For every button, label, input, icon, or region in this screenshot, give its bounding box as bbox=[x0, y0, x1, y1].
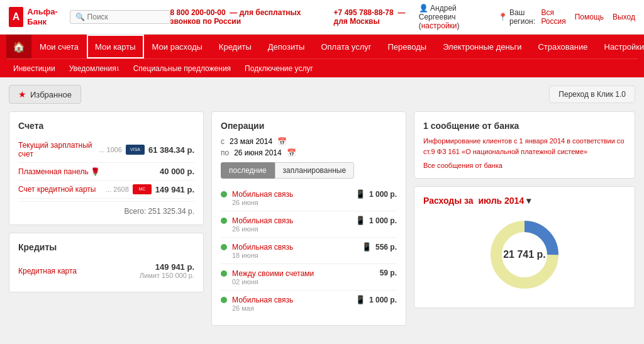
expenses-month[interactable]: июль 2014 bbox=[478, 196, 524, 206]
op-row: Мобильная связь 26 июня 📱 1 000 р. bbox=[221, 185, 397, 211]
region-info: 📍 Ваш регион: Вся Россия bbox=[498, 8, 566, 26]
ops-tab-recent[interactable]: последние bbox=[221, 162, 275, 179]
left-column: Счета Текущий зарплатный счет ... 1006 V… bbox=[9, 111, 204, 326]
logo: А Альфа-Банк bbox=[9, 7, 64, 27]
ops-from-calendar-icon[interactable]: 📅 bbox=[277, 137, 287, 146]
account-plasma-amount: 40 000 р. bbox=[160, 167, 194, 176]
op-amount: 1 000 р. bbox=[369, 296, 397, 304]
op-name-link[interactable]: Мобильная связь bbox=[232, 216, 293, 225]
columns: Счета Текущий зарплатный счет ... 1006 V… bbox=[9, 111, 635, 326]
ops-tab-planned[interactable]: запланированные bbox=[275, 162, 355, 179]
top-bar-right: 👤 Андрей Сергеевич (настройки) 📍 Ваш рег… bbox=[419, 4, 635, 30]
op-name-link[interactable]: Между своими счетами bbox=[232, 269, 314, 278]
nav-item-payments[interactable]: Оплата услуг bbox=[313, 35, 379, 58]
exit-link[interactable]: Выход bbox=[613, 13, 635, 21]
user-settings-link[interactable]: настройки bbox=[421, 21, 457, 30]
logo-name: Альфа-Банк bbox=[27, 7, 63, 26]
region-label: Ваш регион: bbox=[509, 8, 535, 26]
op-right: 59 р. bbox=[380, 269, 397, 277]
logo-icon: А bbox=[9, 7, 23, 27]
favorites-label: Избранное bbox=[30, 90, 72, 99]
top-bar-left: А Альфа-Банк 🔍 bbox=[9, 7, 170, 27]
op-status-dot bbox=[221, 191, 227, 197]
nav-item-insurance[interactable]: Страхование bbox=[530, 35, 596, 58]
op-status-dot bbox=[221, 244, 227, 250]
user-fullname: Андрей Сергеевич bbox=[419, 4, 457, 21]
credit-amount: 149 941 р. bbox=[140, 262, 194, 272]
op-row: Мобильная связь 26 мая 📱 1 000 р. bbox=[221, 291, 397, 316]
search-input[interactable] bbox=[87, 13, 169, 21]
credits-panel: Кредиты Кредитная карта 149 941 р. Лимит… bbox=[9, 233, 204, 292]
ops-from-date: 23 мая 2014 bbox=[230, 137, 272, 146]
search-box[interactable]: 🔍 bbox=[70, 10, 170, 24]
credit-row: Кредитная карта 149 941 р. Лимит 150 000… bbox=[18, 258, 194, 283]
accounts-total: Всего: 251 325.34 р. bbox=[18, 201, 194, 216]
op-date: 18 июня bbox=[232, 252, 357, 259]
region-value: Вся Россия bbox=[541, 8, 565, 26]
op-right: 📱 556 р. bbox=[362, 242, 397, 252]
ops-to-date: 26 июня 2014 bbox=[234, 148, 282, 157]
nav-item-accounts[interactable]: Мои счета bbox=[31, 35, 87, 58]
help-link[interactable]: Помощь bbox=[575, 13, 604, 21]
bank-message-all-link[interactable]: Все сообщения от банка bbox=[423, 162, 626, 169]
account-salary-badge: VISA bbox=[126, 145, 145, 155]
phone-free: 8 800 200-00-00 — для бесплатных звонков… bbox=[170, 8, 315, 26]
contact-info: 8 800 200-00-00 — для бесплатных звонков… bbox=[170, 8, 419, 26]
op-info: Мобильная связь 26 июня bbox=[232, 189, 350, 206]
nav-bottom: Инвестиции Уведомления1 Специальные пред… bbox=[6, 58, 638, 77]
accounts-title: Счета bbox=[18, 121, 194, 131]
op-row: Между своими счетами 02 июня 59 р. bbox=[221, 264, 397, 291]
op-status-dot bbox=[221, 270, 227, 277]
main-content: ★ Избранное Переход в Клик 1.0 Счета Тек… bbox=[0, 77, 644, 333]
phone-moscow: +7 495 788-88-78 — для Москвы bbox=[334, 8, 419, 26]
nav-home-button[interactable]: 🏠 bbox=[6, 35, 31, 58]
donut-amount-value: 21 741 р. bbox=[503, 249, 546, 260]
op-right: 📱 1 000 р. bbox=[355, 216, 397, 225]
operations-tabs: последние запланированные bbox=[221, 162, 397, 179]
op-right: 📱 1 000 р. bbox=[355, 189, 397, 199]
nav-item-expenses[interactable]: Мои расходы bbox=[144, 35, 211, 58]
expenses-panel: Расходы за июль 2014 ▾ 21 741 р. bbox=[414, 186, 635, 308]
nav-item-cards[interactable]: Мои карты bbox=[87, 35, 144, 58]
nav-bar: 🏠 Мои счета Мои карты Мои расходы Кредит… bbox=[0, 35, 644, 77]
nav-bottom-connect[interactable]: Подключение услуг bbox=[238, 59, 320, 78]
op-name-link[interactable]: Мобильная связь bbox=[232, 296, 293, 304]
ops-to-calendar-icon[interactable]: 📅 bbox=[287, 148, 296, 157]
nav-item-credits[interactable]: Кредиты bbox=[211, 35, 260, 58]
op-name-link[interactable]: Мобильная связь bbox=[232, 243, 293, 252]
credit-card-link[interactable]: Кредитная карта bbox=[18, 267, 140, 275]
op-mobile-icon: 📱 bbox=[355, 216, 365, 225]
op-info: Мобильная связь 26 июня bbox=[232, 216, 350, 233]
account-credit-link[interactable]: Счет кредитной карты bbox=[18, 185, 102, 194]
nav-item-settings[interactable]: Настройки bbox=[596, 35, 645, 58]
account-row: Плазменная панель 🌹 40 000 р. bbox=[18, 163, 194, 180]
top-bar: А Альфа-Банк 🔍 8 800 200-00-00 — для бес… bbox=[0, 0, 644, 35]
op-mobile-icon: 📱 bbox=[355, 295, 365, 304]
accounts-total-value: 251 325.34 р. bbox=[148, 207, 194, 216]
nav-bottom-special[interactable]: Специальные предложения bbox=[126, 59, 238, 78]
ops-to-label: по bbox=[221, 148, 229, 157]
nav-item-deposits[interactable]: Депозиты bbox=[260, 35, 313, 58]
phone-free-number: 8 800 200-00-00 bbox=[170, 8, 226, 17]
account-salary-link[interactable]: Текущий зарплатный счет bbox=[18, 141, 95, 158]
op-date: 02 июня bbox=[232, 278, 375, 286]
op-name-link[interactable]: Мобильная связь bbox=[232, 190, 293, 199]
klick-link[interactable]: Переход в Клик 1.0 bbox=[549, 86, 635, 103]
bank-message-link[interactable]: Информирование клиентов с 1 января 2014 … bbox=[423, 136, 626, 157]
nav-item-transfers[interactable]: Переводы bbox=[379, 35, 435, 58]
nav-item-emoney[interactable]: Электронные деньги bbox=[435, 35, 530, 58]
op-mobile-icon: 📱 bbox=[355, 189, 365, 199]
op-date: 26 июня bbox=[232, 225, 350, 233]
bank-message-panel: 1 сообщение от банка Информирование клие… bbox=[414, 111, 635, 179]
favorites-button[interactable]: ★ Избранное bbox=[9, 85, 81, 104]
nav-bottom-investments[interactable]: Инвестиции bbox=[6, 59, 62, 78]
account-credit-amount: 149 941 р. bbox=[155, 185, 194, 194]
account-credit-badge: МС bbox=[133, 184, 152, 194]
user-greeting: 👤 Андрей Сергеевич (настройки) bbox=[419, 4, 489, 30]
account-plasma-link[interactable]: Плазменная панель 🌹 bbox=[18, 167, 156, 176]
op-right: 📱 1 000 р. bbox=[355, 295, 397, 304]
bank-message-title: 1 сообщение от банка bbox=[423, 121, 626, 131]
expenses-title-prefix: Расходы за bbox=[423, 196, 474, 206]
nav-bottom-notifications[interactable]: Уведомления1 bbox=[62, 59, 126, 78]
accounts-panel: Счета Текущий зарплатный счет ... 1006 V… bbox=[9, 111, 204, 225]
